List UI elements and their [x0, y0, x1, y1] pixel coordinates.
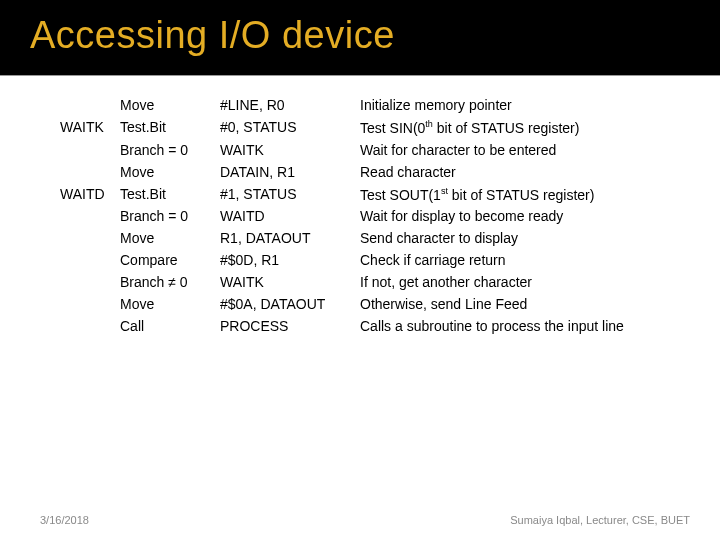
row-comment: Wait for character to be entered [360, 139, 700, 161]
slide-title: Accessing I/O device [30, 14, 690, 57]
row-label: WAITK [60, 116, 120, 139]
table-row: CallPROCESSCalls a subroutine to process… [60, 315, 700, 337]
row-operand: R1, DATAOUT [220, 227, 360, 249]
footer-date: 3/16/2018 [40, 514, 89, 526]
row-comment: Test SOUT(1st bit of STATUS register) [360, 183, 700, 206]
row-comment: Check if carriage return [360, 249, 700, 271]
row-instruction: Compare [120, 249, 220, 271]
row-instruction: Move [120, 293, 220, 315]
row-label [60, 249, 120, 271]
row-comment: If not, get another character [360, 271, 700, 293]
footer-credit: Sumaiya Iqbal, Lecturer, CSE, BUET [510, 514, 690, 526]
table-row: WAITDTest.Bit#1, STATUSTest SOUT(1st bit… [60, 183, 700, 206]
table-row: Move#LINE, R0Initialize memory pointer [60, 94, 700, 116]
table-row: Branch = 0WAITDWait for display to becom… [60, 205, 700, 227]
row-label [60, 315, 120, 337]
table-row: MoveR1, DATAOUTSend character to display [60, 227, 700, 249]
row-instruction: Move [120, 161, 220, 183]
row-comment: Calls a subroutine to process the input … [360, 315, 700, 337]
content-area: Move#LINE, R0Initialize memory pointerWA… [0, 76, 720, 337]
row-label [60, 227, 120, 249]
row-instruction: Call [120, 315, 220, 337]
row-label [60, 94, 120, 116]
row-operand: WAITK [220, 271, 360, 293]
row-operand: PROCESS [220, 315, 360, 337]
row-operand: #1, STATUS [220, 183, 360, 206]
footer: 3/16/2018 Sumaiya Iqbal, Lecturer, CSE, … [0, 514, 720, 526]
row-operand: DATAIN, R1 [220, 161, 360, 183]
row-label [60, 161, 120, 183]
title-block: Accessing I/O device [0, 0, 720, 76]
row-operand: #$0A, DATAOUT [220, 293, 360, 315]
row-instruction: Test.Bit [120, 183, 220, 206]
table-row: MoveDATAIN, R1Read character [60, 161, 700, 183]
table-row: Branch = 0WAITKWait for character to be … [60, 139, 700, 161]
row-label [60, 205, 120, 227]
row-instruction: Branch ≠ 0 [120, 271, 220, 293]
row-comment: Otherwise, send Line Feed [360, 293, 700, 315]
row-comment: Read character [360, 161, 700, 183]
row-comment: Initialize memory pointer [360, 94, 700, 116]
row-label [60, 271, 120, 293]
row-operand: WAITD [220, 205, 360, 227]
row-operand: #LINE, R0 [220, 94, 360, 116]
row-comment: Test SIN(0th bit of STATUS register) [360, 116, 700, 139]
table-row: Branch ≠ 0WAITKIf not, get another chara… [60, 271, 700, 293]
row-label: WAITD [60, 183, 120, 206]
table-row: Move#$0A, DATAOUTOtherwise, send Line Fe… [60, 293, 700, 315]
row-instruction: Move [120, 227, 220, 249]
row-instruction: Branch = 0 [120, 205, 220, 227]
row-operand: #0, STATUS [220, 116, 360, 139]
row-instruction: Branch = 0 [120, 139, 220, 161]
row-operand: #$0D, R1 [220, 249, 360, 271]
row-instruction: Move [120, 94, 220, 116]
row-label [60, 139, 120, 161]
row-instruction: Test.Bit [120, 116, 220, 139]
slide: Accessing I/O device Move#LINE, R0Initia… [0, 0, 720, 540]
row-comment: Send character to display [360, 227, 700, 249]
table-row: WAITKTest.Bit#0, STATUSTest SIN(0th bit … [60, 116, 700, 139]
row-label [60, 293, 120, 315]
table-row: Compare#$0D, R1Check if carriage return [60, 249, 700, 271]
instruction-table: Move#LINE, R0Initialize memory pointerWA… [60, 94, 700, 337]
row-comment: Wait for display to become ready [360, 205, 700, 227]
row-operand: WAITK [220, 139, 360, 161]
